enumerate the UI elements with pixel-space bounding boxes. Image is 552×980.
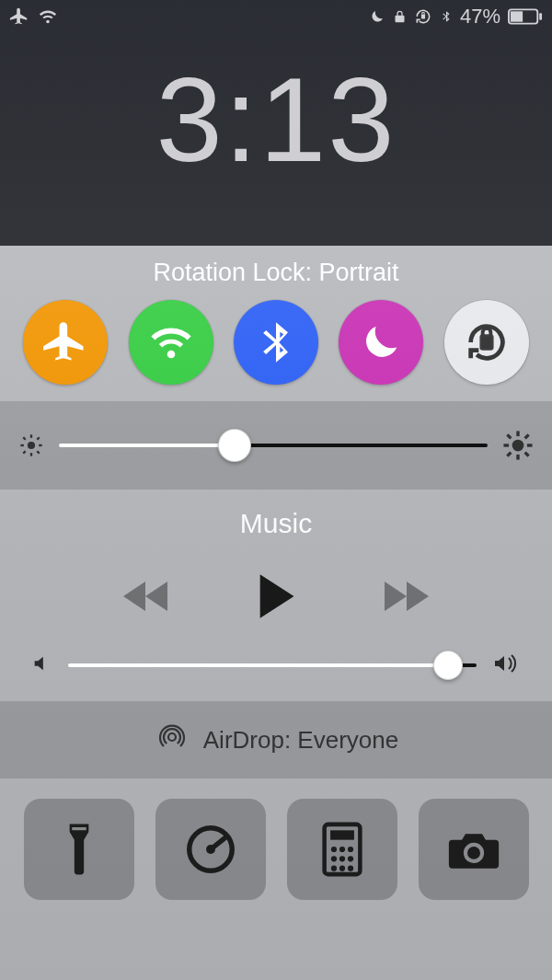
brightness-low-icon [18, 432, 44, 458]
svg-line-22 [525, 434, 529, 438]
svg-rect-28 [330, 830, 354, 839]
wifi-icon [37, 6, 59, 27]
svg-line-10 [23, 437, 25, 439]
svg-line-21 [507, 453, 511, 456]
media-section: Music [0, 490, 552, 701]
status-bar: 47% [0, 0, 552, 33]
fast-forward-button[interactable] [381, 578, 432, 615]
rotation-lock-icon [463, 318, 511, 366]
svg-rect-2 [511, 11, 523, 21]
media-title: Music [31, 508, 521, 539]
camera-button[interactable] [419, 799, 529, 900]
rotation-lock-status-icon [414, 7, 432, 26]
toggle-row [0, 287, 552, 401]
svg-point-5 [28, 442, 35, 449]
svg-rect-0 [421, 15, 425, 19]
lockscreen-time: 3:13 [0, 51, 552, 189]
svg-line-13 [37, 437, 39, 439]
rewind-button[interactable] [120, 578, 171, 615]
svg-line-11 [37, 451, 39, 453]
control-center-subtitle: Rotation Lock: Portrait [0, 246, 552, 287]
svg-point-29 [330, 847, 336, 852]
wifi-icon [147, 318, 195, 366]
flashlight-icon [51, 821, 108, 878]
airdrop-icon [154, 719, 190, 762]
airplane-icon [41, 318, 89, 366]
calculator-button[interactable] [287, 799, 397, 900]
calculator-icon [314, 821, 371, 878]
flashlight-button[interactable] [24, 799, 134, 900]
camera-icon [445, 821, 502, 878]
volume-high-icon [493, 651, 521, 679]
airdrop-row[interactable]: AirDrop: Everyone [0, 701, 552, 778]
svg-point-31 [347, 847, 352, 852]
volume-low-icon [31, 652, 52, 678]
control-center-panel: Rotation Lock: Portrait [0, 246, 552, 980]
svg-line-12 [23, 451, 25, 453]
battery-percent: 47% [460, 5, 500, 29]
svg-line-20 [525, 453, 529, 456]
brightness-high-icon [502, 430, 534, 461]
quick-launch-row [0, 778, 552, 900]
svg-point-30 [339, 847, 344, 852]
svg-rect-3 [539, 13, 542, 20]
moon-icon [357, 318, 405, 366]
airplane-icon [9, 6, 29, 27]
timer-button[interactable] [155, 799, 266, 900]
svg-point-37 [347, 866, 352, 871]
svg-point-14 [512, 440, 524, 452]
svg-point-34 [347, 856, 352, 861]
volume-slider[interactable] [68, 663, 477, 667]
airdrop-label: AirDrop: Everyone [203, 726, 398, 755]
rotation-lock-toggle[interactable] [444, 300, 529, 385]
bluetooth-icon [252, 318, 300, 366]
moon-icon [369, 8, 385, 25]
brightness-slider[interactable] [59, 444, 488, 447]
lock-icon [393, 8, 407, 25]
play-button[interactable] [254, 572, 298, 620]
volume-slider-thumb[interactable] [433, 651, 463, 680]
svg-point-35 [330, 866, 336, 871]
svg-point-23 [168, 733, 176, 741]
airplane-mode-toggle[interactable] [23, 300, 108, 385]
svg-line-19 [507, 434, 511, 438]
svg-rect-4 [480, 335, 492, 349]
brightness-slider-thumb[interactable] [218, 429, 251, 462]
svg-line-26 [211, 838, 225, 849]
svg-point-32 [330, 856, 336, 861]
wifi-toggle[interactable] [129, 300, 213, 385]
timer-icon [182, 821, 239, 878]
bluetooth-icon [440, 7, 453, 26]
svg-point-33 [339, 856, 344, 861]
battery-icon [508, 8, 543, 25]
bluetooth-toggle[interactable] [234, 300, 318, 385]
svg-point-36 [339, 866, 344, 871]
do-not-disturb-toggle[interactable] [339, 300, 423, 385]
brightness-slider-row [0, 401, 552, 490]
